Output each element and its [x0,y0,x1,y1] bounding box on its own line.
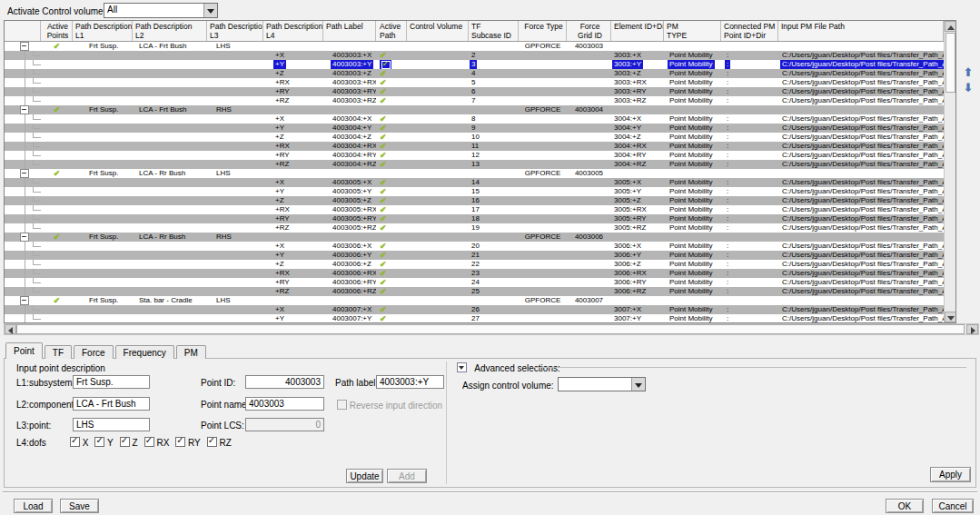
dof-checkbox-rx[interactable]: RX [144,438,170,448]
path-row[interactable]: +Y4003004:+Y✔93004:+YPoint Mobility:C:/U… [5,124,944,133]
column-header-tree[interactable] [5,21,41,41]
tab-pm[interactable]: PM [176,345,206,359]
scroll-left-icon[interactable] [5,324,16,334]
dof-checkbox-z[interactable]: Z [120,438,138,448]
horizontal-scrollbar-thumb[interactable] [16,324,965,334]
path-row[interactable]: +Z4003006:+Z✔223006:+ZPoint Mobility:C:/… [5,260,944,269]
path-row[interactable]: +X4003006:+X✔203006:+XPoint Mobility:C:/… [5,242,944,251]
path-row[interactable]: +Z4003004:+Z✔103004:+ZPoint Mobility:C:/… [5,133,944,142]
group-row[interactable]: ✔Frt Susp.LCA - Frt BushRHSGPFORCE400300… [5,105,944,114]
checkbox-icon[interactable] [207,437,217,447]
chevron-down-icon[interactable] [203,4,217,17]
path-row[interactable]: +Y4003007:+Y✔273007:+YPoint Mobility:C:/… [5,314,944,322]
checkbox-icon[interactable] [144,437,154,447]
active-check-icon: ✔ [380,205,387,214]
apply-button[interactable]: Apply [930,467,971,482]
tab-point[interactable]: Point [5,342,43,359]
cell-l2 [133,205,207,214]
column-header-path_label[interactable]: Path Label [323,21,376,41]
group-row[interactable]: ✔Frt Susp.LCA - Rr BushRHSGPFORCE4003006 [5,233,944,242]
scroll-down-icon[interactable] [945,312,956,322]
vertical-scrollbar-thumb[interactable] [945,33,955,93]
expand-collapse-icon[interactable] [20,42,29,51]
path-row[interactable]: +RX4003004:+RX✔113004:+RXPoint Mobility:… [5,142,944,151]
path-row[interactable]: +Y4003003:+Y✔33003:+YPoint Mobility:C:/U… [5,60,944,69]
path-row[interactable]: +RY4003005:+RY✔183005:+RYPoint Mobility:… [5,214,944,223]
active-path-checkbox[interactable]: ✔ [380,60,391,69]
column-header-tf[interactable]: TFSubcase ID [469,21,519,41]
path-row[interactable]: +RY4003006:+RY✔243006:+RYPoint Mobility:… [5,278,944,287]
checkbox-icon[interactable] [94,437,104,447]
l3-point-field[interactable] [73,418,150,431]
path-row[interactable]: +RZ4003005:+RZ✔193005:+RZPoint Mobility:… [5,223,944,233]
column-header-elem[interactable]: Element ID+Dir [611,21,664,41]
path-row[interactable]: +RY4003004:+RY✔123004:+RYPoint Mobility:… [5,151,944,160]
expand-collapse-icon[interactable] [20,233,29,242]
column-header-l1[interactable]: Path DescriptionL1 [73,21,133,41]
point-id-field[interactable] [245,375,324,389]
column-header-l4[interactable]: Path DescriptionL4 [263,21,323,41]
path-row[interactable]: +Y4003005:+Y✔153005:+YPoint Mobility:C:/… [5,187,944,196]
checkbox-icon[interactable] [120,437,130,447]
tab-frequency[interactable]: Frequency [115,345,174,359]
expand-collapse-icon[interactable] [20,105,29,114]
group-row[interactable]: ✔Frt Susp.LCA - Rr BushLHSGPFORCE4003005 [5,169,944,178]
column-header-l2[interactable]: Path DescriptionL2 [133,21,207,41]
path-row[interactable]: +RZ4003004:+RZ✔133004:+RZPoint Mobility:… [5,160,944,169]
column-header-l3[interactable]: Path DescriptionL3 [207,21,263,41]
group-row[interactable]: ✔Frt Susp.LCA - Frt BushLHSGPFORCE400300… [5,42,944,51]
column-header-active_path[interactable]: ActivePath [376,21,407,41]
column-header-active_points[interactable]: ActivePoints [41,21,73,41]
column-header-file_path[interactable]: Input PM File Path [778,21,944,41]
dof-checkbox-ry[interactable]: RY [175,438,201,448]
scroll-right-icon[interactable] [966,324,978,334]
path-row[interactable]: +X4003007:+X✔263007:+XPoint Mobility:C:/… [5,305,944,314]
expand-collapse-icon[interactable] [20,296,29,305]
path-row[interactable]: +RX4003005:+RX✔173005:+RXPoint Mobility:… [5,205,944,214]
checkbox-icon[interactable] [70,437,80,447]
l2-component-field[interactable] [73,397,150,411]
expander-icon[interactable] [457,362,467,372]
add-button[interactable]: Add [387,469,427,483]
path-row[interactable]: +RY4003003:+RY✔63003:+RYPoint Mobility:C… [5,87,944,96]
expand-collapse-icon[interactable] [20,169,29,178]
group-row[interactable]: ✔Frt Susp.Sta. bar - CradleLHSGPFORCE400… [5,296,944,305]
point-name-field[interactable] [245,397,324,411]
activate-control-volume-dropdown[interactable]: All [104,3,218,18]
checkbox-icon[interactable] [175,437,185,447]
tab-force[interactable]: Force [74,345,114,359]
vertical-scrollbar[interactable] [944,21,955,322]
path-row[interactable]: +X4003004:+X✔83004:+XPoint Mobility:C:/U… [5,114,944,124]
column-header-pm_type[interactable]: PMTYPE [664,21,721,41]
l1-subsystem-field[interactable] [73,375,150,389]
scroll-up-icon[interactable] [945,21,956,32]
path-row[interactable]: +RX4003006:+RX✔233006:+RXPoint Mobility:… [5,269,944,278]
path-row[interactable]: +X4003003:+X✔23003:+XPoint Mobility:C:/U… [5,51,944,60]
chevron-down-icon[interactable] [631,378,645,391]
path-row[interactable]: +X4003005:+X✔143005:+XPoint Mobility:C:/… [5,178,944,187]
dof-checkbox-x[interactable]: X [70,438,88,448]
path-label-field[interactable] [376,375,444,389]
dof-checkbox-rz[interactable]: RZ [207,438,232,448]
path-row[interactable]: +Z4003005:+Z✔163005:+ZPoint Mobility:C:/… [5,196,944,205]
path-row[interactable]: +RX4003003:+RX✔53003:+RXPoint Mobility:C… [5,78,944,87]
path-row[interactable]: +Y4003006:+Y✔213006:+YPoint Mobility:C:/… [5,251,944,260]
column-header-control_volume[interactable]: Control Volume [407,21,469,41]
assign-control-volume-dropdown[interactable] [558,377,646,391]
column-header-connected[interactable]: Connected PMPoint ID+Dir [721,21,778,41]
dof-checkbox-y[interactable]: Y [94,438,113,448]
tab-tf[interactable]: TF [45,345,72,359]
path-row[interactable]: +RZ4003006:+RZ✔253006:+RZPoint Mobility:… [5,287,944,296]
horizontal-scrollbar[interactable] [4,323,979,335]
path-row[interactable]: +Z4003003:+Z✔43003:+ZPoint Mobility:C:/U… [5,69,944,78]
move-row-up-button[interactable]: ⬆ [959,65,977,80]
column-header-force_grid[interactable]: ForceGrid ID [567,21,611,41]
move-row-down-button[interactable]: ⬇ [959,81,977,95]
save-button[interactable]: Save [60,499,99,513]
load-button[interactable]: Load [14,499,53,513]
ok-button[interactable]: OK [886,499,924,513]
path-row[interactable]: +RZ4003003:+RZ✔73003:+RZPoint Mobility:C… [5,96,944,105]
update-button[interactable]: Update [346,469,383,483]
column-header-force_type[interactable]: Force Type [519,21,567,41]
cancel-button[interactable]: Cancel [932,499,974,513]
